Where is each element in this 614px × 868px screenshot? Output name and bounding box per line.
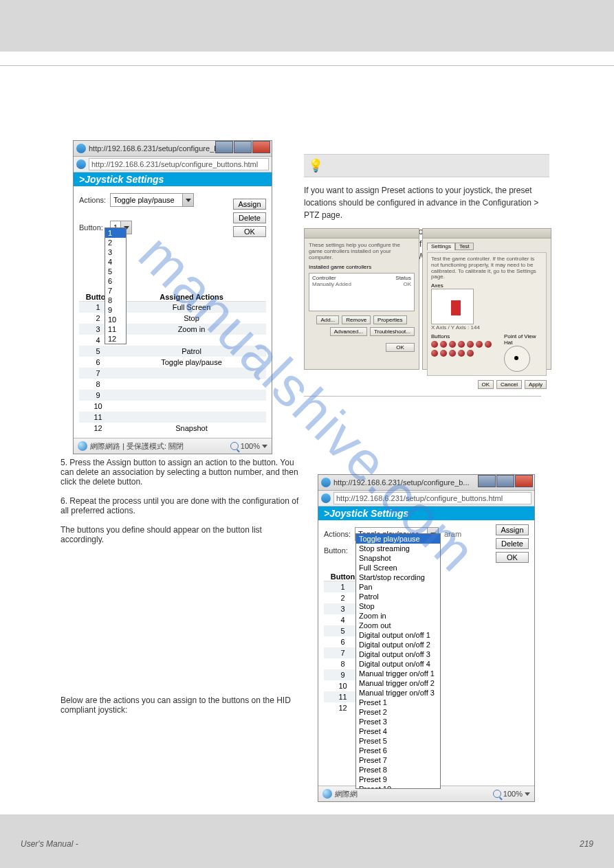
step-note: The buttons you define should appear on … — [61, 525, 301, 544]
dropdown-item[interactable]: Preset 3 — [356, 717, 440, 726]
assign-button[interactable]: Assign — [496, 524, 529, 535]
controller-properties-dialog: Settings Test Test the game controller. … — [422, 228, 551, 370]
dropdown-item[interactable]: Preset 2 — [356, 707, 440, 717]
button-indicator — [458, 341, 465, 348]
axes-label: Axes — [431, 282, 542, 289]
dropdown-item[interactable]: Manual trigger on/off 1 — [356, 669, 440, 678]
properties-button[interactable]: Properties — [373, 315, 406, 324]
zoom-dropdown[interactable] — [525, 792, 530, 796]
table-row: 7 — [79, 368, 266, 379]
dropdown-item[interactable]: 3 — [105, 247, 126, 257]
page-title: >Joystick Settings — [74, 173, 272, 186]
dropdown-item[interactable]: Preset 4 — [356, 726, 440, 736]
actions-select[interactable]: Toggle play/pause — [110, 193, 194, 207]
dropdown-item[interactable]: Snapshot — [356, 553, 440, 563]
list-item[interactable]: Manually Added — [312, 281, 351, 287]
dropdown-item[interactable]: Toggle play/pause — [356, 534, 440, 544]
minimize-button[interactable] — [478, 475, 496, 487]
zone-icon — [78, 441, 87, 451]
button-indicator — [458, 350, 465, 357]
dropdown-item[interactable]: Preset 9 — [356, 775, 440, 784]
address-bar: http://192.168.6.231/setup/configure_but… — [318, 491, 534, 507]
dropdown-item[interactable]: Preset 1 — [356, 698, 440, 707]
dropdown-item[interactable]: Digital output on/off 2 — [356, 640, 440, 649]
ok-button[interactable]: OK — [496, 552, 529, 563]
add-button[interactable]: Add... — [316, 315, 339, 324]
dropdown-item[interactable]: 7 — [105, 286, 126, 296]
button-dropdown-list[interactable]: 1 2 3 4 5 6 7 8 9 10 11 12 — [105, 227, 127, 344]
dropdown-item[interactable]: 12 — [105, 334, 126, 344]
dropdown-item[interactable]: Zoom in — [356, 611, 440, 621]
col-header: Status — [395, 275, 411, 281]
dropdown-item[interactable]: Stop streaming — [356, 544, 440, 553]
ok-button[interactable]: OK — [233, 226, 266, 237]
table-row: 12Snapshot — [79, 423, 266, 434]
status-text: 網際網 — [335, 789, 358, 799]
dropdown-item[interactable]: 1 — [105, 228, 126, 238]
dialog-title-bar — [423, 229, 551, 238]
address-input[interactable]: http://192.168.6.231/setup/configure_but… — [333, 492, 531, 504]
table-row: 5Patrol — [79, 346, 266, 357]
tab-test[interactable]: Test — [455, 243, 474, 250]
cancel-button[interactable]: Cancel — [496, 380, 522, 389]
ok-button[interactable]: OK — [478, 380, 494, 389]
dropdown-item[interactable]: 11 — [105, 324, 126, 334]
maximize-button[interactable] — [496, 475, 514, 487]
troubleshoot-button[interactable]: Troubleshoot... — [370, 327, 415, 336]
footer-right: 219 — [580, 839, 593, 849]
minimize-button[interactable] — [215, 141, 233, 153]
game-controllers-dialog: These settings help you configure the ga… — [304, 228, 419, 370]
dropdown-item[interactable]: Preset 8 — [356, 765, 440, 775]
dropdown-item[interactable]: 10 — [105, 315, 126, 324]
zoom-value: 100% — [503, 790, 523, 798]
apply-button[interactable]: Apply — [525, 380, 547, 389]
dropdown-item[interactable]: Preset 6 — [356, 746, 440, 755]
advanced-button[interactable]: Advanced... — [330, 327, 367, 336]
dropdown-item[interactable]: Manual trigger on/off 2 — [356, 678, 440, 688]
joystick-settings-window-2: http://192.168.6.231/setup/configure_b..… — [318, 474, 535, 802]
ok-button[interactable]: OK — [386, 343, 415, 352]
dropdown-item[interactable]: 6 — [105, 276, 126, 286]
dropdown-item[interactable]: Digital output on/off 4 — [356, 659, 440, 669]
dropdown-item[interactable]: Stop — [356, 601, 440, 611]
dropdown-item[interactable]: 4 — [105, 257, 126, 267]
dropdown-item[interactable]: 8 — [105, 296, 126, 305]
dropdown-item[interactable]: 2 — [105, 238, 126, 247]
dialog-title-bar — [305, 229, 419, 238]
dropdown-item[interactable]: Preset 10 — [356, 784, 440, 789]
dropdown-item[interactable]: Patrol — [356, 592, 440, 601]
tab-settings[interactable]: Settings — [427, 243, 455, 250]
assign-button[interactable]: Assign — [233, 199, 266, 210]
dropdown-item[interactable]: Digital output on/off 1 — [356, 630, 440, 640]
address-input[interactable]: http://192.168.6.231/setup/configure_but… — [89, 158, 269, 170]
remove-button[interactable]: Remove — [342, 315, 371, 324]
actions-dropdown-list[interactable]: Toggle play/pause Stop streaming Snapsho… — [355, 533, 441, 789]
dropdown-item[interactable]: Start/stop recording — [356, 572, 440, 582]
maximize-button[interactable] — [234, 141, 252, 153]
dropdown-item[interactable]: 9 — [105, 305, 126, 315]
dropdown-item[interactable]: 5 — [105, 267, 126, 276]
col-header: Controller — [312, 275, 336, 281]
dropdown-item[interactable]: Manual trigger on/off 3 — [356, 688, 440, 698]
section-divider — [304, 396, 541, 397]
behind-button: aram — [444, 530, 461, 538]
zoom-dropdown[interactable] — [262, 445, 267, 448]
delete-button[interactable]: Delete — [496, 538, 529, 549]
button-indicator — [440, 350, 447, 357]
dropdown-item[interactable]: Pan — [356, 582, 440, 592]
joystick-settings-window-1: http://192.168.6.231/setup/configure_b..… — [73, 140, 272, 454]
status-text: 網際網路 | 受保護模式: 關閉 — [90, 441, 184, 452]
dropdown-item[interactable]: Digital output on/off 3 — [356, 649, 440, 659]
footer-left: User's Manual - — [21, 839, 78, 849]
chevron-down-icon — [182, 194, 193, 206]
zone-icon — [322, 789, 332, 799]
dropdown-item[interactable]: Full Screen — [356, 563, 440, 572]
zoom-value: 100% — [241, 442, 260, 450]
dropdown-item[interactable]: Preset 5 — [356, 736, 440, 746]
dropdown-item[interactable]: Preset 7 — [356, 755, 440, 765]
close-button[interactable] — [515, 475, 533, 487]
close-button[interactable] — [252, 141, 270, 153]
delete-button[interactable]: Delete — [233, 212, 266, 223]
dropdown-item[interactable]: Zoom out — [356, 621, 440, 630]
window-title: http://192.168.6.231/setup/configure_b..… — [89, 144, 225, 153]
